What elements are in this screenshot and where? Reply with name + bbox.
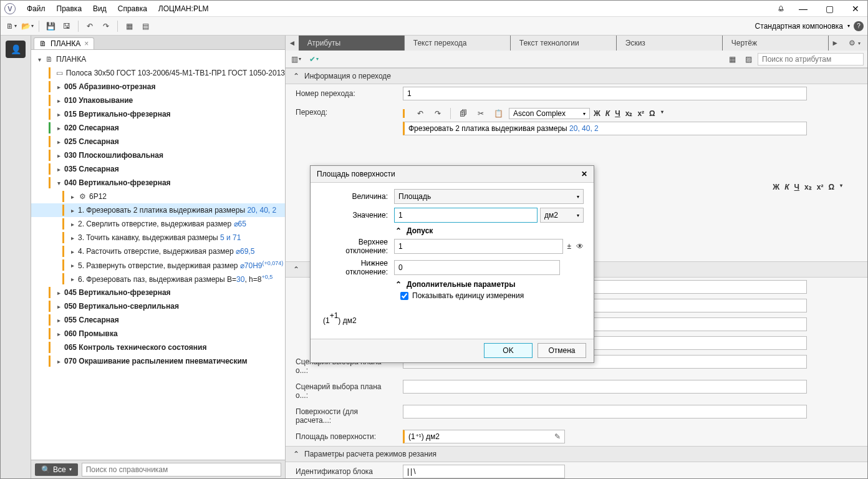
upper-deviation-input[interactable]: [394, 239, 563, 254]
doc-tab-close-icon[interactable]: ×: [84, 39, 89, 48]
superscript-icon[interactable]: x²: [817, 183, 824, 191]
form-icon[interactable]: ▤: [138, 19, 152, 33]
step-text-editor[interactable]: Фрезеровать 2 платика выдерживая размеры…: [403, 122, 807, 135]
rt-copy-icon[interactable]: 🗐: [456, 107, 470, 120]
tree-op[interactable]: ▸070 Окрашивание распылением пневматичес…: [31, 354, 285, 368]
tree-op-040[interactable]: ▾040 Вертикально-фрезерная: [31, 176, 285, 190]
omega-icon[interactable]: Ω: [649, 109, 655, 118]
tree-op[interactable]: ▸035 Слесарная: [31, 162, 285, 176]
tree-step[interactable]: ▸5. Развернуть отверстие, выдерживая раз…: [31, 258, 285, 272]
search-scope-button[interactable]: 🔍 Все ▾: [35, 463, 78, 476]
user-avatar-icon[interactable]: 👤: [6, 41, 26, 58]
help-icon[interactable]: ?: [854, 21, 864, 31]
layout-label[interactable]: Стандартная компоновка: [755, 22, 843, 31]
tab-drawing[interactable]: Чертёж: [723, 36, 829, 51]
dialog-close-icon[interactable]: ✕: [581, 170, 587, 178]
eye-icon[interactable]: 👁: [576, 242, 584, 251]
reference-search-input[interactable]: [82, 463, 281, 477]
tolerance-section-header[interactable]: ⌃Допуск: [321, 226, 584, 235]
doc-tab[interactable]: 🗎 ПЛАНКА ×: [34, 37, 94, 49]
tree-op[interactable]: 065 Контроль технического состояния: [31, 341, 285, 354]
menu-plm[interactable]: ЛОЦМАН:PLM: [158, 4, 209, 13]
layout1-icon[interactable]: ▦: [725, 52, 739, 66]
menu-view[interactable]: Вид: [93, 4, 107, 13]
tree-step[interactable]: ▸4. Расточить отверстие, выдерживая разм…: [31, 244, 285, 258]
tree-root[interactable]: ▾ 🗎 ПЛАНКА: [31, 52, 285, 66]
layout2-icon[interactable]: ▨: [741, 52, 755, 66]
subscript-icon[interactable]: x₂: [804, 183, 812, 191]
value-input[interactable]: [394, 208, 538, 223]
section-cutting-params[interactable]: ⌃ Параметры расчета режимов резания: [286, 446, 867, 462]
attribute-search-input[interactable]: [758, 53, 864, 65]
menu-file[interactable]: Файл: [27, 4, 46, 13]
process-tree[interactable]: ▾ 🗎 ПЛАНКА ▭ Полоса 30х50 ГОСТ 103-2006/…: [31, 50, 285, 460]
pencil-icon[interactable]: ✎: [554, 432, 561, 441]
save-all-icon[interactable]: 🖫: [60, 19, 74, 33]
tab-tech-text[interactable]: Текст технологии: [511, 36, 617, 51]
tree-step-1[interactable]: ▸1. Фрезеровать 2 платика выдерживая раз…: [31, 203, 285, 217]
tree-op[interactable]: ▸010 Упаковывание: [31, 94, 285, 107]
tabs-settings-button[interactable]: ⚙▾: [842, 36, 868, 51]
font-select[interactable]: Ascon Complex▾: [509, 108, 590, 119]
menu-help[interactable]: Справка: [118, 4, 147, 13]
tree-op[interactable]: ▸030 Плоскошлифовальная: [31, 148, 285, 162]
step-number-input[interactable]: [403, 87, 807, 100]
tree-equipment[interactable]: ▸⚙6Р12: [31, 190, 285, 203]
magnitude-select[interactable]: Площадь▾: [394, 189, 584, 204]
close-button[interactable]: ✕: [847, 3, 864, 14]
rt-undo-icon[interactable]: ↶: [413, 107, 427, 120]
surface-area-input[interactable]: (1⁺¹) дм2✎: [403, 430, 565, 443]
columns-icon[interactable]: ▥▾: [289, 52, 303, 66]
undo-icon[interactable]: ↶: [83, 19, 97, 33]
scenario2-input[interactable]: [403, 380, 807, 394]
layout-dd-icon[interactable]: ▾: [847, 23, 850, 29]
grid-icon[interactable]: ▦: [122, 19, 136, 33]
tabs-scroll-right-icon[interactable]: ►: [829, 36, 842, 51]
tree-op[interactable]: ▸020 Слесарная: [31, 121, 285, 135]
section-step-info[interactable]: ⌃ Информация о переходе: [286, 68, 867, 84]
tree-op[interactable]: ▸050 Вертикально-сверлильная: [31, 299, 285, 313]
bold-icon[interactable]: Ж: [594, 109, 600, 118]
plus-minus-icon[interactable]: ±: [567, 242, 571, 251]
tree-step[interactable]: ▸3. Точить канавку, выдерживая размеры 5…: [31, 231, 285, 244]
superscript-icon[interactable]: x²: [637, 109, 644, 118]
unit-select[interactable]: дм2▾: [540, 208, 584, 223]
save-icon[interactable]: 💾: [44, 19, 57, 33]
surfaces-input[interactable]: [403, 405, 807, 419]
italic-icon[interactable]: К: [605, 109, 610, 118]
minimize-button[interactable]: —: [795, 3, 811, 14]
show-unit-checkbox[interactable]: [400, 292, 408, 300]
bell-icon[interactable]: 🕭: [778, 4, 785, 13]
underline-icon[interactable]: Ч: [615, 109, 620, 118]
tree-material[interactable]: ▭ Полоса 30х50 ГОСТ 103-2006/45-М1-ТВ1-П…: [31, 66, 285, 80]
rt-paste-icon[interactable]: 📋: [491, 107, 505, 120]
tree-op[interactable]: ▸045 Вертикально-фрезерная: [31, 286, 285, 299]
new-doc-icon[interactable]: 🗎▾: [4, 19, 18, 33]
menu-edit[interactable]: Правка: [57, 4, 82, 13]
extra-params-section-header[interactable]: ⌃Дополнительные параметры: [321, 280, 584, 289]
open-icon[interactable]: 📂▾: [21, 19, 34, 33]
tab-attributes[interactable]: Атрибуты: [299, 36, 405, 51]
tree-op[interactable]: ▸055 Слесарная: [31, 313, 285, 327]
collapse-icon[interactable]: ▾: [36, 56, 42, 63]
maximize-button[interactable]: ▢: [821, 3, 837, 14]
bold-icon[interactable]: Ж: [773, 183, 779, 191]
tabs-scroll-left-icon[interactable]: ◄: [286, 36, 299, 51]
italic-icon[interactable]: К: [784, 183, 789, 191]
tree-step[interactable]: ▸6. Фрезеровать паз, выдерживая размеры …: [31, 272, 285, 286]
cancel-button[interactable]: Отмена: [538, 343, 586, 358]
rt-cut-icon[interactable]: ✂: [474, 107, 488, 120]
omega-icon[interactable]: Ω: [828, 183, 834, 191]
rt-redo-icon[interactable]: ↷: [431, 107, 445, 120]
tree-op[interactable]: ▸025 Слесарная: [31, 135, 285, 148]
tree-op[interactable]: ▸015 Вертикально-фрезерная: [31, 107, 285, 121]
lower-deviation-input[interactable]: [394, 260, 560, 275]
redo-icon[interactable]: ↷: [99, 19, 113, 33]
subscript-icon[interactable]: x₂: [625, 109, 633, 118]
tab-step-text[interactable]: Текст перехода: [405, 36, 511, 51]
tree-op[interactable]: ▸005 Абразивно-отрезная: [31, 80, 285, 94]
block-id-input[interactable]: ||\: [403, 465, 565, 478]
tree-step[interactable]: ▸2. Сверлить отверстие, выдерживая разме…: [31, 217, 285, 231]
tab-sketch[interactable]: Эскиз: [617, 36, 723, 51]
ok-button[interactable]: OK: [484, 343, 533, 358]
